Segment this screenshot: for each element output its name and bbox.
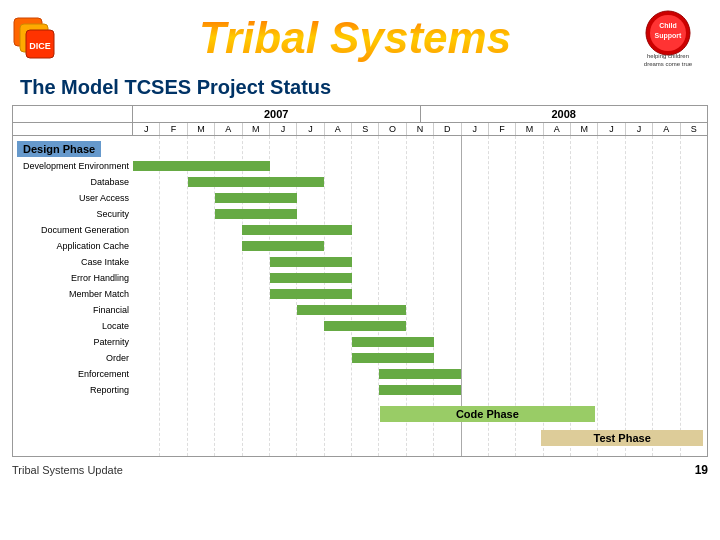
bar-order — [352, 353, 434, 363]
month-f2: F — [489, 123, 516, 135]
task-bar-security — [133, 206, 707, 222]
month-m4: M — [571, 123, 598, 135]
bar-app-cache — [242, 241, 324, 251]
month-a1: A — [215, 123, 242, 135]
subtitle: The Model TCSES Project Status — [0, 72, 720, 105]
task-bar-locate — [133, 318, 707, 334]
task-bar-database — [133, 174, 707, 190]
month-m3: M — [516, 123, 543, 135]
task-row-app-cache: Application Cache — [13, 238, 707, 254]
test-phase-row: Test Phase — [13, 426, 707, 452]
month-m1: M — [188, 123, 215, 135]
month-f1: F — [160, 123, 187, 135]
test-phase-bar-area: Test Phase — [137, 428, 703, 448]
task-row-member-match: Member Match — [13, 286, 707, 302]
year-header-row: 2007 2008 — [13, 106, 707, 123]
task-row-database: Database — [13, 174, 707, 190]
task-label-dev-env: Development Environment — [13, 161, 133, 171]
task-bar-case-intake — [133, 254, 707, 270]
footer-update-text: Tribal Systems Update — [12, 464, 123, 476]
task-label-order: Order — [13, 353, 133, 363]
task-label-member-match: Member Match — [13, 289, 133, 299]
task-bar-financial — [133, 302, 707, 318]
task-label-paternity: Paternity — [13, 337, 133, 347]
app-title: Tribal Systems — [199, 13, 511, 62]
code-phase-container: Code Phase — [17, 404, 703, 424]
task-bar-paternity — [133, 334, 707, 350]
task-label-enforcement: Enforcement — [13, 369, 133, 379]
header: DICE Tribal Systems Child Support helpin… — [0, 0, 720, 72]
page-number: 19 — [695, 463, 708, 477]
month-a3: A — [544, 123, 571, 135]
task-bar-reporting — [133, 382, 707, 398]
task-row-financial: Financial — [13, 302, 707, 318]
year-2007: 2007 — [133, 106, 421, 122]
month-j5: J — [598, 123, 625, 135]
logo-left: DICE — [12, 13, 82, 63]
svg-text:Support: Support — [655, 32, 682, 40]
year-spacer — [13, 106, 133, 122]
bar-reporting — [379, 385, 461, 395]
task-row-reporting: Reporting — [13, 382, 707, 398]
code-phase-bar-area: Code Phase — [137, 404, 703, 424]
task-label-database: Database — [13, 177, 133, 187]
task-row-doc-gen: Document Generation — [13, 222, 707, 238]
month-j4: J — [462, 123, 489, 135]
month-s1: S — [352, 123, 379, 135]
code-phase-bar: Code Phase — [380, 406, 596, 422]
task-label-reporting: Reporting — [13, 385, 133, 395]
bar-error-handling — [270, 273, 352, 283]
task-row-dev-env: Development Environment — [13, 158, 707, 174]
bar-case-intake — [270, 257, 352, 267]
bar-doc-gen — [242, 225, 351, 235]
task-row-paternity: Paternity — [13, 334, 707, 350]
task-bar-error-handling — [133, 270, 707, 286]
footer: Tribal Systems Update 19 — [0, 459, 720, 481]
task-row-case-intake: Case Intake — [13, 254, 707, 270]
task-label-user-access: User Access — [13, 193, 133, 203]
task-row-enforcement: Enforcement — [13, 366, 707, 382]
month-header-row: J F M A M J J A S O N D J F M A M J J A … — [13, 123, 707, 136]
svg-text:dreams come true: dreams come true — [644, 61, 693, 67]
task-row-security: Security — [13, 206, 707, 222]
month-d1: D — [434, 123, 461, 135]
svg-text:helping children: helping children — [647, 53, 689, 59]
month-n1: N — [407, 123, 434, 135]
test-phase-container: Test Phase — [17, 428, 703, 448]
task-grid: Design Phase Development Environment Dat… — [13, 136, 707, 456]
design-phase-label: Design Phase — [17, 141, 101, 157]
app-container: DICE Tribal Systems Child Support helpin… — [0, 0, 720, 540]
month-j2: J — [270, 123, 297, 135]
year-2008: 2008 — [421, 106, 708, 122]
task-bar-dev-env — [133, 158, 707, 174]
month-a4: A — [653, 123, 680, 135]
bar-member-match — [270, 289, 352, 299]
task-label-doc-gen: Document Generation — [13, 225, 133, 235]
task-bar-user-access — [133, 190, 707, 206]
task-bar-enforcement — [133, 366, 707, 382]
month-o1: O — [379, 123, 406, 135]
gantt-chart: 2007 2008 J F M A M J J A S O N D J F M … — [12, 105, 708, 457]
month-a2: A — [325, 123, 352, 135]
title-container: Tribal Systems — [92, 16, 618, 60]
task-bar-member-match — [133, 286, 707, 302]
month-s2: S — [681, 123, 707, 135]
bar-database — [188, 177, 325, 187]
bar-dev-env — [133, 161, 270, 171]
task-label-security: Security — [13, 209, 133, 219]
logo-right: Child Support helping children dreams co… — [628, 8, 708, 68]
svg-text:Child: Child — [659, 22, 677, 29]
design-phase-section: Design Phase — [13, 136, 707, 158]
task-label-financial: Financial — [13, 305, 133, 315]
bar-enforcement — [379, 369, 461, 379]
bar-paternity — [352, 337, 434, 347]
task-bar-doc-gen — [133, 222, 707, 238]
bar-locate — [324, 321, 406, 331]
task-row-locate: Locate — [13, 318, 707, 334]
month-j6: J — [626, 123, 653, 135]
task-label-app-cache: Application Cache — [13, 241, 133, 251]
bar-financial — [297, 305, 406, 315]
bar-security — [215, 209, 297, 219]
month-spacer — [13, 123, 133, 135]
month-j3: J — [297, 123, 324, 135]
